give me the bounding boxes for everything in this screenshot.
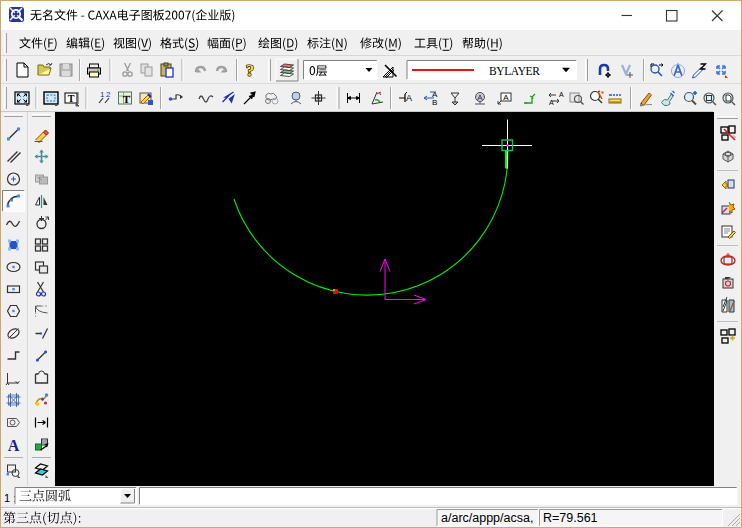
svg-text:A: A xyxy=(8,437,20,454)
svg-text:A: A xyxy=(503,93,509,102)
svg-text:a/arc/appp/acsa,: a/arc/appp/acsa, xyxy=(441,511,533,525)
svg-text:A: A xyxy=(406,93,412,103)
svg-text:A: A xyxy=(477,93,483,102)
svg-text:A: A xyxy=(559,91,564,98)
svg-text:T: T xyxy=(68,93,75,104)
svg-text:1 :: 1 : xyxy=(4,492,16,504)
svg-text:T: T xyxy=(123,93,131,105)
svg-text:BYLAYER: BYLAYER xyxy=(489,65,540,77)
svg-text:2: 2 xyxy=(106,90,111,99)
svg-text:R=79.561: R=79.561 xyxy=(543,511,598,525)
svg-text:?: ? xyxy=(246,61,255,80)
svg-text:B: B xyxy=(432,98,437,107)
svg-text:1: 1 xyxy=(100,90,105,99)
svg-text:A: A xyxy=(549,99,554,106)
